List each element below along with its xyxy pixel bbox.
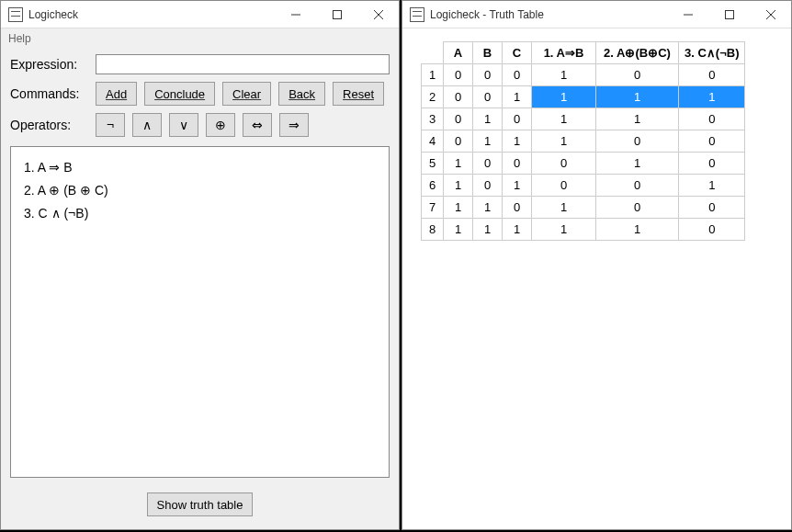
table-row[interactable]: 5100010 [422, 153, 745, 175]
cell: 1 [532, 130, 596, 153]
cell: 0 [444, 108, 473, 130]
cell: 0 [596, 197, 679, 219]
cell: 0 [596, 175, 679, 197]
cell: 0 [444, 86, 473, 108]
or-button[interactable]: ∨ [169, 113, 198, 137]
conclude-button[interactable]: Conclude [144, 82, 215, 106]
close-button[interactable] [357, 1, 399, 28]
menu-help[interactable]: Help [8, 32, 31, 45]
col-expr3: 3. C∧(¬B) [679, 42, 745, 64]
table-header-row: A B C 1. A⇒B 2. A⊕(B⊕C) 3. C∧(¬B) [422, 42, 745, 64]
commands-row: Commands: Add Conclude Clear Back Reset [10, 82, 390, 106]
cell: 1 [532, 108, 596, 130]
iff-button[interactable]: ⇔ [243, 113, 272, 137]
cell: 1 [532, 86, 596, 108]
cell: 1 [473, 108, 503, 130]
clear-button[interactable]: Clear [222, 82, 271, 106]
expression-list: 1. A ⇒ B 2. A ⊕ (B ⊕ C) 3. C ∧ (¬B) [10, 146, 390, 478]
table-row[interactable]: 1000100 [422, 64, 745, 86]
expression-label: Expression: [10, 57, 88, 72]
col-C: C [503, 42, 532, 64]
row-number: 5 [422, 153, 444, 175]
cell: 0 [473, 175, 503, 197]
cell: 1 [532, 219, 596, 241]
maximize-button[interactable] [316, 1, 357, 28]
close-button[interactable] [750, 1, 791, 28]
cell: 0 [473, 153, 503, 175]
cell: 0 [532, 153, 596, 175]
table-row[interactable]: 8111110 [422, 219, 745, 241]
table-row[interactable]: 7110100 [422, 197, 745, 219]
table-row[interactable]: 3010110 [422, 108, 745, 130]
cell: 1 [503, 130, 532, 153]
minimize-button[interactable] [275, 1, 316, 28]
cell: 0 [473, 64, 503, 86]
imply-button[interactable]: ⇒ [279, 113, 309, 137]
col-expr1: 1. A⇒B [532, 42, 596, 64]
main-window: Logicheck Help Expression: Commands: Add… [0, 0, 400, 530]
cell: 0 [679, 197, 745, 219]
toolbar-area: Expression: Commands: Add Conclude Clear… [1, 49, 399, 142]
table-row[interactable]: 4011100 [422, 130, 745, 153]
cell: 1 [596, 108, 679, 130]
maximize-button[interactable] [708, 1, 750, 28]
cell: 0 [679, 219, 745, 241]
row-number: 1 [422, 64, 444, 86]
cell: 1 [532, 197, 596, 219]
list-item[interactable]: 2. A ⊕ (B ⊕ C) [24, 179, 376, 202]
cell: 0 [503, 197, 532, 219]
cell: 1 [503, 86, 532, 108]
cell: 1 [473, 197, 503, 219]
cell: 0 [473, 86, 503, 108]
row-number: 4 [422, 130, 444, 153]
app-icon [410, 7, 424, 22]
corner-cell [422, 42, 444, 64]
app-icon [8, 7, 23, 22]
svg-rect-5 [725, 10, 733, 18]
cell: 1 [596, 153, 679, 175]
cell: 0 [679, 108, 745, 130]
svg-rect-1 [333, 10, 341, 18]
table-row[interactable]: 6101001 [422, 175, 745, 197]
window-title: Logicheck - Truth Table [430, 8, 667, 21]
cell: 1 [473, 219, 503, 241]
truth-table: A B C 1. A⇒B 2. A⊕(B⊕C) 3. C∧(¬B) 100010… [421, 41, 745, 241]
cell: 0 [503, 153, 532, 175]
cell: 1 [596, 86, 679, 108]
truth-table-body: A B C 1. A⇒B 2. A⊕(B⊕C) 3. C∧(¬B) 100010… [402, 28, 791, 529]
cell: 0 [596, 130, 679, 153]
cell: 1 [532, 64, 596, 86]
minimize-button[interactable] [667, 1, 708, 28]
xor-button[interactable]: ⊕ [206, 113, 235, 137]
table-row[interactable]: 2001111 [422, 86, 745, 108]
cell: 1 [679, 86, 745, 108]
back-button[interactable]: Back [278, 82, 325, 106]
expression-input[interactable] [96, 54, 390, 74]
reset-button[interactable]: Reset [333, 82, 384, 106]
row-number: 7 [422, 197, 444, 219]
cell: 0 [444, 64, 473, 86]
cell: 0 [679, 153, 745, 175]
cell: 1 [444, 219, 473, 241]
col-A: A [444, 42, 473, 64]
cell: 0 [532, 175, 596, 197]
list-item[interactable]: 3. C ∧ (¬B) [24, 202, 376, 225]
cell: 0 [503, 64, 532, 86]
cell: 1 [444, 153, 473, 175]
show-truth-table-button[interactable]: Show truth table [147, 492, 254, 516]
menubar: Help [1, 28, 399, 49]
operators-row: Operators: ¬ ∧ ∨ ⊕ ⇔ ⇒ [10, 113, 390, 137]
and-button[interactable]: ∧ [132, 113, 162, 137]
not-button[interactable]: ¬ [96, 113, 125, 137]
add-button[interactable]: Add [96, 82, 137, 106]
expression-row: Expression: [10, 54, 390, 74]
cell: 0 [679, 64, 745, 86]
row-number: 6 [422, 175, 444, 197]
cell: 0 [503, 108, 532, 130]
col-expr2: 2. A⊕(B⊕C) [596, 42, 679, 64]
commands-label: Commands: [10, 86, 88, 101]
list-item[interactable]: 1. A ⇒ B [24, 156, 376, 179]
cell: 1 [444, 175, 473, 197]
col-B: B [473, 42, 503, 64]
cell: 1 [503, 175, 532, 197]
